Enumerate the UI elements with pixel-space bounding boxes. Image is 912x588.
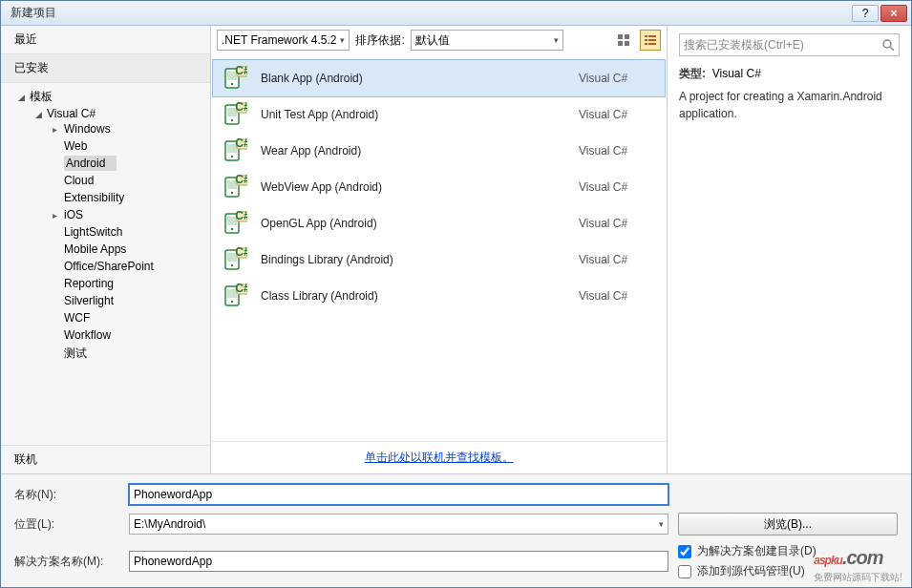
sort-combo[interactable]: 默认值 ▾ [411, 30, 563, 51]
svg-rect-5 [648, 35, 656, 37]
template-row[interactable]: C#Blank App (Android)Visual C# [213, 60, 665, 96]
tree-item-extensibility[interactable]: Extensibility [35, 189, 210, 206]
tree-item-wcf[interactable]: WCF [35, 309, 210, 326]
svg-text:C#: C# [235, 284, 247, 295]
template-name: Blank App (Android) [261, 72, 565, 85]
sidebar-section-recent[interactable]: 最近 [1, 26, 210, 53]
tree-item-office-sharepoint[interactable]: Office/SharePoint [35, 258, 210, 275]
template-icon: C# [223, 175, 247, 200]
sidebar-section-online[interactable]: 联机 [1, 446, 210, 473]
tree-item-web[interactable]: Web [35, 137, 210, 155]
template-row[interactable]: C#OpenGL App (Android)Visual C# [213, 205, 665, 242]
add-to-scm-checkbox[interactable]: 添加到源代码管理(U) [678, 563, 898, 579]
svg-text:C#: C# [235, 175, 247, 186]
create-directory-check-input[interactable] [678, 545, 691, 558]
svg-text:C#: C# [235, 66, 247, 77]
sort-label: 排序依据: [355, 32, 404, 49]
solution-name-input[interactable] [129, 551, 668, 572]
list-icon [644, 33, 657, 47]
tree-item-android[interactable]: Android [35, 155, 210, 172]
chevron-right-icon [53, 208, 64, 221]
view-details-button[interactable] [640, 30, 661, 51]
help-button[interactable]: ? [852, 5, 879, 22]
template-tree: 模板 Visual C# Windows Web Android Cloud E… [1, 87, 210, 368]
template-row[interactable]: C#Unit Test App (Android)Visual C# [213, 96, 665, 133]
sort-combo-value: 默认值 [415, 32, 450, 49]
template-row[interactable]: C#Wear App (Android)Visual C# [213, 133, 665, 169]
template-icon: C# [223, 102, 247, 127]
template-lang: Visual C# [579, 144, 655, 158]
search-placeholder: 搜索已安装模板(Ctrl+E) [684, 37, 881, 53]
framework-combo-value: .NET Framework 4.5.2 [222, 33, 336, 47]
svg-point-45 [883, 40, 891, 48]
svg-text:C#: C# [235, 247, 247, 259]
window-title: 新建项目 [5, 5, 850, 21]
svg-line-46 [890, 47, 894, 51]
toolbar: .NET Framework 4.5.2 ▾ 排序依据: 默认值 ▾ [211, 26, 667, 54]
tree-item-mobile-apps[interactable]: Mobile Apps [35, 241, 210, 258]
svg-rect-7 [648, 39, 656, 41]
template-name: Bindings Library (Android) [261, 253, 565, 266]
template-panel: .NET Framework 4.5.2 ▾ 排序依据: 默认值 ▾ C#Bla… [211, 26, 668, 473]
template-icon: C# [223, 138, 247, 163]
name-input[interactable] [129, 484, 668, 505]
template-row[interactable]: C#Bindings Library (Android)Visual C# [213, 242, 665, 278]
browse-button[interactable]: 浏览(B)... [678, 513, 898, 536]
svg-rect-1 [625, 34, 629, 39]
tree-item-reporting[interactable]: Reporting [35, 275, 210, 292]
tree-item-templates[interactable]: 模板 Visual C# Windows Web Android Cloud E… [1, 87, 210, 368]
chevron-down-icon: ▾ [659, 519, 664, 529]
template-name: OpenGL App (Android) [261, 217, 565, 230]
template-icon: C# [223, 66, 247, 91]
framework-combo[interactable]: .NET Framework 4.5.2 ▾ [217, 30, 350, 51]
detail-description: A project for creating a Xamarin.Android… [679, 88, 900, 122]
template-row[interactable]: C#Class Library (Android)Visual C# [213, 278, 665, 314]
tree-item-lightswitch[interactable]: LightSwitch [35, 223, 210, 241]
name-label: 名称(N): [14, 487, 129, 503]
template-lang: Visual C# [579, 72, 655, 85]
template-lang: Visual C# [579, 253, 655, 266]
tree-item-workflow[interactable]: Workflow [35, 326, 210, 344]
titlebar: 新建项目 ? × [1, 1, 911, 26]
solution-name-label: 解决方案名称(M): [14, 554, 129, 570]
svg-text:C#: C# [235, 102, 247, 114]
template-lang: Visual C# [579, 108, 655, 121]
template-name: Class Library (Android) [261, 289, 565, 303]
svg-text:C#: C# [235, 138, 247, 150]
template-name: Unit Test App (Android) [261, 108, 565, 121]
chevron-down-icon: ▾ [340, 35, 345, 45]
sidebar-section-installed[interactable]: 已安装 [1, 53, 210, 83]
template-icon: C# [223, 247, 247, 272]
online-search-link[interactable]: 单击此处以联机并查找模板。 [365, 451, 514, 464]
svg-point-21 [231, 156, 233, 158]
svg-text:C#: C# [235, 211, 247, 222]
tree-item-cloud[interactable]: Cloud [35, 172, 210, 189]
svg-rect-8 [645, 43, 647, 45]
chevron-down-icon [35, 107, 47, 120]
add-to-scm-check-input[interactable] [678, 565, 691, 578]
view-medium-icons-button[interactable] [613, 30, 634, 51]
svg-rect-9 [648, 43, 656, 45]
svg-rect-2 [618, 41, 623, 46]
tree-item-test[interactable]: 测试 [35, 344, 210, 364]
svg-point-11 [231, 83, 233, 85]
location-combo[interactable]: E:\MyAndroid\ ▾ [129, 514, 668, 535]
tree-item-silverlight[interactable]: Silverlight [35, 292, 210, 309]
search-input[interactable]: 搜索已安装模板(Ctrl+E) [679, 33, 900, 56]
create-directory-checkbox[interactable]: 为解决方案创建目录(D) [678, 543, 898, 559]
svg-point-41 [231, 301, 233, 303]
tree-item-windows[interactable]: Windows [35, 120, 210, 137]
template-lang: Visual C# [579, 289, 655, 303]
template-row[interactable]: C#WebView App (Android)Visual C# [213, 169, 665, 205]
tree-item-ios[interactable]: iOS [35, 206, 210, 223]
chevron-down-icon [18, 90, 30, 103]
svg-point-36 [231, 264, 233, 266]
close-button[interactable]: × [880, 5, 907, 22]
online-search-hint: 单击此处以联机并查找模板。 [211, 441, 667, 473]
svg-point-26 [231, 192, 233, 194]
svg-rect-6 [645, 39, 647, 41]
svg-rect-3 [625, 41, 629, 46]
chevron-down-icon: ▾ [554, 35, 559, 45]
template-name: Wear App (Android) [261, 144, 565, 158]
tree-item-visual-csharp[interactable]: Visual C# Windows Web Android Cloud Exte… [18, 105, 210, 366]
